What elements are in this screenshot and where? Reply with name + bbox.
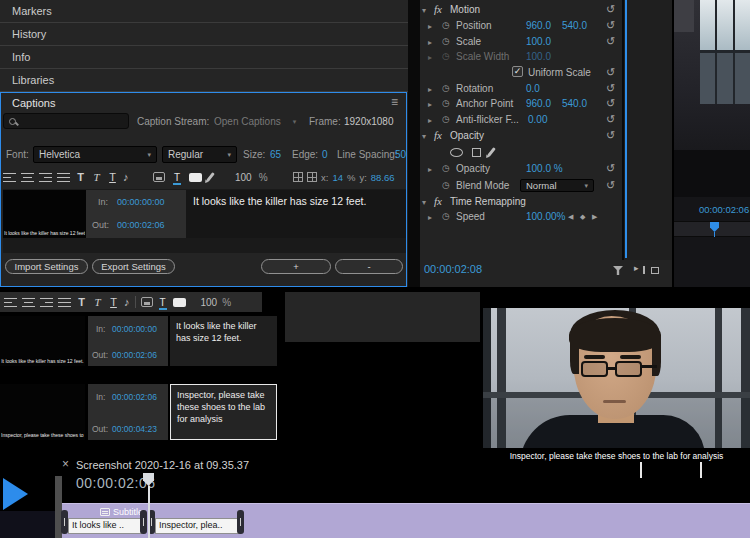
align-right-icon[interactable] xyxy=(40,298,53,307)
bold-icon[interactable] xyxy=(76,296,87,308)
caption-thumbnail[interactable]: It looks like the killer has size 12 fee… xyxy=(0,316,85,366)
out-value[interactable]: 00:00:04:23 xyxy=(112,424,157,434)
reset-icon[interactable] xyxy=(606,35,615,48)
panel-divider[interactable] xyxy=(408,0,420,287)
filter-icon[interactable] xyxy=(613,266,623,275)
remove-caption-button[interactable]: - xyxy=(335,259,403,274)
chevron-right-icon[interactable] xyxy=(428,53,432,62)
edge-value[interactable]: 0 xyxy=(322,149,328,160)
opacity-value[interactable]: 100 xyxy=(235,172,252,183)
clip-trim-handle[interactable] xyxy=(61,510,68,534)
font-family-dropdown[interactable]: Helvetica xyxy=(33,146,157,163)
sidebar-item-markers[interactable]: Markers xyxy=(0,0,410,23)
anchor-x-value[interactable]: 960.0 xyxy=(526,98,551,109)
video-preview[interactable]: Inspector, please take these shoes to th… xyxy=(483,308,750,465)
align-justify-icon[interactable] xyxy=(57,173,70,182)
stopwatch-icon[interactable] xyxy=(442,98,450,108)
music-note-icon[interactable] xyxy=(123,171,129,183)
position-grid-icon[interactable] xyxy=(307,172,317,182)
reset-icon[interactable] xyxy=(606,3,615,16)
playhead-line[interactable] xyxy=(625,0,627,258)
italic-icon[interactable] xyxy=(91,171,102,183)
caption-thumbnail[interactable]: Inspector, please take these shoes to th… xyxy=(0,384,85,440)
ellipse-mask-icon[interactable] xyxy=(450,148,463,157)
effect-controls-timeline[interactable] xyxy=(622,0,672,260)
italic-icon[interactable] xyxy=(92,296,103,308)
pen-mask-icon[interactable] xyxy=(487,147,496,157)
add-caption-button[interactable]: + xyxy=(261,259,331,274)
position-grid-icon[interactable] xyxy=(293,172,303,182)
out-value[interactable]: 00:00:02:06 xyxy=(117,220,165,230)
stopwatch-icon[interactable] xyxy=(442,163,450,173)
play-around-icon[interactable] xyxy=(634,263,639,273)
stopwatch-icon[interactable] xyxy=(442,211,450,221)
stopwatch-icon[interactable] xyxy=(442,83,450,93)
chevron-right-icon[interactable] xyxy=(428,85,432,94)
effect-name[interactable]: Time Remapping xyxy=(450,196,526,207)
opacity-value[interactable]: 100.0 % xyxy=(526,163,563,174)
eyedropper-icon[interactable] xyxy=(206,172,215,182)
chevron-right-icon[interactable] xyxy=(428,165,432,174)
caption-stream-dropdown[interactable]: Open Captions xyxy=(214,116,296,127)
y-value[interactable]: 88.66 xyxy=(371,172,395,183)
stopwatch-icon[interactable] xyxy=(442,20,450,30)
program-timecode[interactable]: 00:00:02:06 xyxy=(699,204,749,215)
close-icon[interactable] xyxy=(62,457,69,471)
in-value[interactable]: 00:00:00:00 xyxy=(117,197,165,207)
export-settings-button[interactable]: Export Settings xyxy=(92,259,175,274)
chevron-down-icon[interactable] xyxy=(422,132,426,141)
reset-icon[interactable] xyxy=(606,179,615,192)
text-color-icon[interactable] xyxy=(172,172,182,183)
opacity-value[interactable]: 100 xyxy=(201,297,218,308)
font-style-dropdown[interactable]: Regular xyxy=(162,146,237,163)
sidebar-item-info[interactable]: Info xyxy=(0,46,410,69)
underline-icon[interactable] xyxy=(108,296,119,308)
caption-text-cell[interactable]: It looks like the killer has size 12 fee… xyxy=(170,316,277,366)
speed-value[interactable]: 100.00% xyxy=(526,211,565,222)
uniform-scale-checkbox[interactable] xyxy=(512,66,523,77)
effect-controls-timecode[interactable]: 00:00:02:08 xyxy=(424,263,482,275)
reset-icon[interactable] xyxy=(606,162,615,175)
previous-keyframe-icon[interactable] xyxy=(568,213,573,221)
color-swatch[interactable] xyxy=(189,173,202,182)
x-value[interactable]: 14 xyxy=(332,172,343,183)
caption-text-editor[interactable]: It looks like the killer has size 12 fee… xyxy=(186,190,406,238)
rectangle-mask-icon[interactable] xyxy=(472,148,481,157)
reset-icon[interactable] xyxy=(606,66,615,79)
caption-clip[interactable]: Inspector, plea.. xyxy=(155,518,241,534)
subtitle-track[interactable]: Subtitle It looks like .. Inspector, ple… xyxy=(62,503,750,538)
program-video[interactable] xyxy=(674,0,750,197)
align-justify-icon[interactable] xyxy=(58,298,71,307)
text-color-icon[interactable] xyxy=(158,297,168,308)
chevron-right-icon[interactable] xyxy=(428,100,432,109)
timeline-playhead-line[interactable] xyxy=(148,486,150,538)
add-keyframe-icon[interactable] xyxy=(580,213,585,221)
timeline-tab-title[interactable]: Screenshot 2020-12-16 at 09.35.37 xyxy=(76,459,249,471)
anchor-y-value[interactable]: 540.0 xyxy=(562,98,587,109)
in-value[interactable]: 00:00:00:00 xyxy=(112,324,157,334)
music-note-icon[interactable] xyxy=(124,296,130,308)
lift-icon[interactable] xyxy=(651,267,659,274)
caption-background-icon[interactable] xyxy=(141,297,153,307)
caption-clip[interactable]: It looks like .. xyxy=(68,518,142,534)
caption-thumbnail[interactable]: It looks like the killer has size 12 fee… xyxy=(3,190,86,238)
stopwatch-icon[interactable] xyxy=(442,36,450,46)
color-swatch[interactable] xyxy=(173,298,186,307)
position-x-value[interactable]: 960.0 xyxy=(526,20,551,31)
play-icon[interactable] xyxy=(3,478,28,510)
align-right-icon[interactable] xyxy=(39,173,52,182)
chevron-right-icon[interactable] xyxy=(428,116,432,125)
in-value[interactable]: 00:00:02:06 xyxy=(112,392,157,402)
align-left-icon[interactable] xyxy=(4,298,17,307)
reset-icon[interactable] xyxy=(606,113,615,126)
clip-trim-handle[interactable] xyxy=(140,510,147,534)
sidebar-item-libraries[interactable]: Libraries xyxy=(0,69,410,92)
rotation-value[interactable]: 0.0 xyxy=(526,83,540,94)
caption-background-icon[interactable] xyxy=(153,172,165,182)
next-keyframe-icon[interactable] xyxy=(592,213,597,221)
out-value[interactable]: 00:00:02:06 xyxy=(112,350,157,360)
align-left-icon[interactable] xyxy=(3,173,16,182)
chevron-down-icon[interactable] xyxy=(422,198,426,207)
tab-captions[interactable]: Captions xyxy=(12,97,55,109)
blend-mode-dropdown[interactable]: Normal xyxy=(520,179,594,192)
